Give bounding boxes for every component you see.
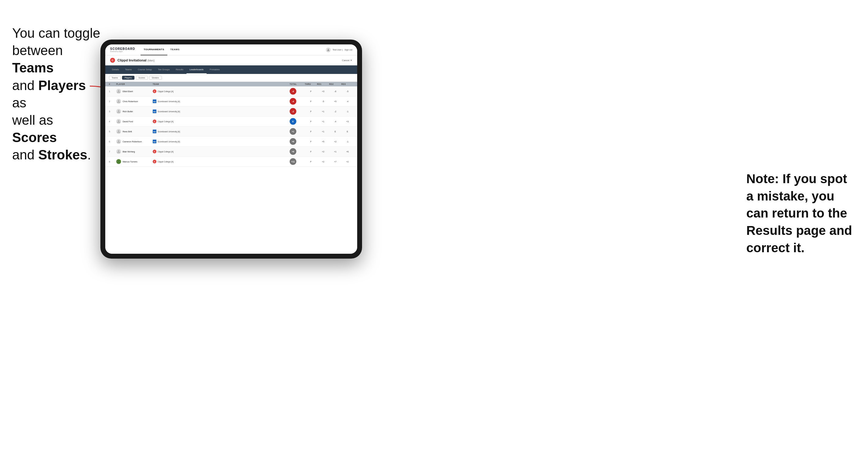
rd2: -6 bbox=[329, 90, 341, 92]
score-total: +11 bbox=[290, 158, 305, 165]
player-name: Marcus Turners bbox=[123, 161, 137, 163]
player-cell: Marcus Turners bbox=[116, 159, 153, 164]
nav-tournaments[interactable]: TOURNAMENTS bbox=[141, 44, 167, 55]
col-thru: THRU bbox=[305, 83, 317, 85]
score-total: +6 bbox=[290, 138, 305, 145]
team-name: Clippd College [A] bbox=[158, 90, 174, 92]
col-rd3: RD3 bbox=[341, 83, 353, 85]
rd3: +2 bbox=[341, 161, 353, 163]
rd3: +6 bbox=[341, 151, 353, 153]
toggle-bar: Teams Players Scores Strokes bbox=[105, 74, 357, 82]
rd1: +1 bbox=[317, 111, 329, 113]
team-name: Scoreboard University [A] bbox=[158, 141, 180, 143]
team-logo: SU bbox=[153, 130, 156, 133]
tab-printables[interactable]: Printables bbox=[207, 65, 223, 74]
rank: 8 bbox=[109, 161, 116, 163]
team-name: Scoreboard University [A] bbox=[158, 111, 180, 113]
thru: F bbox=[305, 130, 317, 133]
rd3: -5 bbox=[341, 90, 353, 92]
player-name: Cameron Robertson bbox=[123, 141, 142, 143]
team-cell: C Clippd College [A] bbox=[153, 160, 208, 163]
rd1: +5 bbox=[317, 141, 329, 143]
player-cell: David Ford bbox=[116, 119, 153, 124]
svg-point-5 bbox=[118, 100, 119, 101]
tab-teams[interactable]: Teams bbox=[122, 65, 135, 74]
score-total: -4 bbox=[290, 98, 305, 105]
tab-leaderboards[interactable]: Leaderboards bbox=[186, 65, 207, 74]
svg-point-17 bbox=[118, 140, 119, 142]
rd1: -5 bbox=[317, 100, 329, 102]
tablet-screen: SCOREBOARD Powered by clippd TOURNAMENTS… bbox=[105, 44, 357, 254]
rank: 6 bbox=[109, 141, 116, 143]
top-nav: SCOREBOARD Powered by clippd TOURNAMENTS… bbox=[105, 44, 357, 55]
team-cell: C Clippd College [A] bbox=[153, 150, 208, 153]
rd2: -4 bbox=[329, 121, 341, 123]
tab-results[interactable]: Results bbox=[173, 65, 186, 74]
team-logo: C bbox=[153, 89, 156, 93]
team-logo: SU bbox=[153, 139, 156, 143]
player-avatar bbox=[116, 109, 121, 114]
player-cell: Cameron Robertson bbox=[116, 139, 153, 144]
nav-right: Test User | Sign out bbox=[326, 48, 352, 52]
rd2: -2 bbox=[329, 111, 341, 113]
tournament-icon: C bbox=[110, 58, 115, 63]
toggle-players[interactable]: Players bbox=[122, 76, 134, 80]
cancel-button[interactable]: Cancel ✕ bbox=[342, 59, 352, 62]
logo-text: SCOREBOARD bbox=[110, 47, 135, 51]
toggle-scores[interactable]: Scores bbox=[136, 76, 148, 80]
tournament-title-area: C Clippd Invitational (Men) bbox=[110, 58, 155, 63]
rd2: +7 bbox=[329, 161, 341, 163]
player-avatar bbox=[116, 159, 121, 164]
score-total: -2 bbox=[290, 108, 305, 115]
thru: F bbox=[305, 141, 317, 143]
tab-course-setup[interactable]: Course Setup bbox=[135, 65, 155, 74]
rd1: +3 bbox=[317, 90, 329, 92]
annotation-text: You can toggle between Teams and Players… bbox=[12, 26, 100, 162]
sign-out-link[interactable]: Sign out bbox=[344, 49, 352, 51]
rd3: E bbox=[341, 130, 353, 133]
thru: F bbox=[305, 100, 317, 102]
logo-sub: Powered by clippd bbox=[110, 51, 135, 52]
tab-details[interactable]: Details bbox=[109, 65, 122, 74]
rd2: +2 bbox=[329, 141, 341, 143]
thru: F bbox=[305, 121, 317, 123]
svg-text:C: C bbox=[154, 161, 155, 163]
player-cell: Elliot Ebert bbox=[116, 89, 153, 94]
rd3: -1 bbox=[341, 141, 353, 143]
rd3: -1 bbox=[341, 111, 353, 113]
player-avatar bbox=[116, 89, 121, 94]
team-logo: SU bbox=[153, 99, 156, 103]
team-name: Clippd College [A] bbox=[158, 151, 174, 153]
tab-tee-groups[interactable]: Tee Groups bbox=[155, 65, 173, 74]
toggle-teams[interactable]: Teams bbox=[109, 76, 121, 80]
rank: 5 bbox=[109, 130, 116, 133]
team-name: Clippd College [A] bbox=[158, 121, 174, 123]
rd2: E bbox=[329, 130, 341, 133]
score-total: -8 bbox=[290, 88, 305, 95]
user-name: Test User | bbox=[333, 49, 343, 51]
player-name: Rees Britt bbox=[123, 130, 132, 133]
team-name: Scoreboard University [A] bbox=[158, 100, 180, 102]
left-annotation: You can toggle between Teams and Players… bbox=[12, 24, 100, 164]
svg-text:C: C bbox=[154, 121, 155, 123]
player-avatar bbox=[116, 139, 121, 144]
svg-text:C: C bbox=[154, 151, 155, 153]
player-avatar bbox=[116, 129, 121, 134]
svg-text:SU: SU bbox=[153, 141, 156, 143]
rank: 7 bbox=[109, 151, 116, 153]
toggle-strokes[interactable]: Strokes bbox=[149, 76, 162, 80]
rd2: +5 bbox=[329, 100, 341, 102]
rank: 3 bbox=[109, 111, 116, 113]
svg-point-8 bbox=[118, 110, 119, 111]
score-total: +1 bbox=[290, 128, 305, 135]
nav-teams[interactable]: TEAMS bbox=[167, 44, 183, 55]
table-header: # PLAYER TEAM TOTAL THRU RD1 RD2 RD3 bbox=[105, 82, 357, 86]
team-cell: SU Scoreboard University [A] bbox=[153, 130, 208, 133]
note-label: Note: If you spot a mistake, you can ret… bbox=[746, 172, 852, 255]
rd3: -4 bbox=[341, 100, 353, 102]
player-avatar bbox=[116, 119, 121, 124]
svg-text:SU: SU bbox=[153, 111, 156, 113]
svg-text:SU: SU bbox=[153, 101, 156, 102]
table-row: 6 Cameron Robertson SU Scoreboard Univer… bbox=[105, 136, 357, 147]
score-total: E bbox=[290, 118, 305, 125]
